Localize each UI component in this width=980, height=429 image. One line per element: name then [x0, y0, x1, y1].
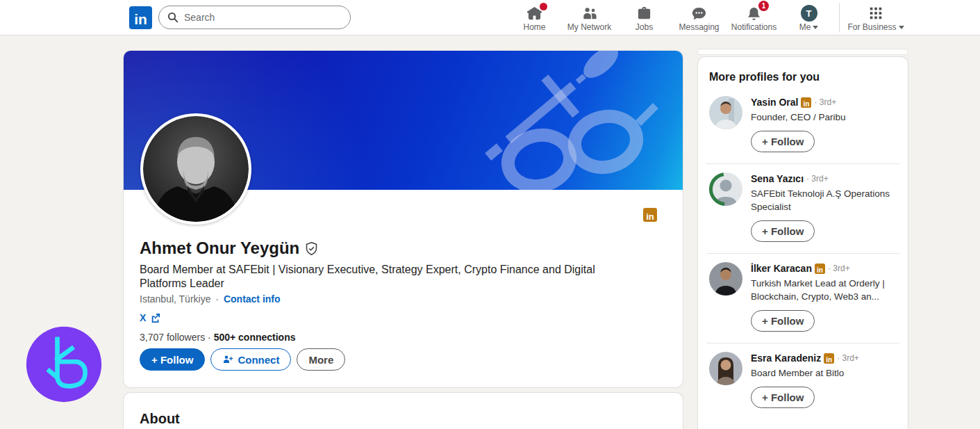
search-input[interactable] [184, 12, 342, 23]
nav-my-network-label: My Network [567, 22, 611, 32]
nav-me[interactable]: T Me [781, 0, 836, 35]
premium-badge-icon: in [824, 353, 834, 364]
search-icon [167, 12, 178, 23]
profile-location-row: Istanbul, Türkiye · Contact info [140, 293, 281, 305]
company-linkedin-badge[interactable]: in [643, 208, 657, 222]
avatar[interactable] [709, 96, 742, 129]
search-bar[interactable] [158, 6, 351, 29]
suggested-name[interactable]: Sena Yazıcı [751, 172, 804, 186]
suggested-subtitle: Founder, CEO / Paribu [751, 111, 897, 124]
nav-for-business[interactable]: For Business [842, 0, 909, 35]
linkedin-logo[interactable]: in [129, 6, 152, 29]
suggested-subtitle: Turkish Market Lead at Orderly | Blockch… [751, 277, 897, 303]
purple-circle-logo-icon [24, 325, 103, 404]
nav-for-business-label: For Business [847, 22, 896, 32]
floating-extension-logo[interactable] [24, 325, 103, 404]
jobs-icon [636, 6, 652, 22]
connection-degree: · 3rd+ [806, 172, 829, 186]
follow-button[interactable]: + Follow [751, 220, 815, 242]
premium-badge-icon: in [801, 97, 811, 108]
follow-button[interactable]: + Follow [751, 131, 815, 152]
avatar[interactable] [709, 352, 742, 385]
contact-info-link[interactable]: Contact info [224, 293, 281, 305]
profile-location: Istanbul, Türkiye [140, 293, 210, 305]
avatar[interactable] [709, 262, 742, 296]
person-add-icon [222, 354, 233, 365]
suggested-subtitle: Board Member at Bitlo [751, 366, 897, 380]
followers-count[interactable]: 3,707 followers [140, 332, 205, 343]
profile-actions: + Follow Connect More [140, 348, 345, 371]
profile-name: Ahmet Onur Yeygün [140, 238, 299, 258]
nav-jobs-label: Jobs [636, 22, 653, 32]
about-title: About [140, 411, 180, 427]
profile-portrait [143, 116, 249, 222]
follow-button[interactable]: + Follow [751, 310, 815, 332]
more-profiles-card: More profiles for you Yasin Oral in · 3r… [698, 57, 908, 429]
chevron-down-icon [899, 26, 904, 29]
nav-jobs[interactable]: Jobs [617, 0, 672, 35]
top-navigation: in Home [0, 0, 980, 35]
nav-messaging-label: Messaging [679, 22, 719, 32]
avatar[interactable] [709, 172, 742, 206]
follow-button[interactable]: + Follow [140, 348, 205, 371]
connection-degree: · 3rd+ [828, 262, 850, 275]
verified-shield-icon[interactable] [304, 241, 319, 256]
me-avatar: T [801, 5, 817, 22]
messaging-icon [691, 6, 707, 22]
nav-items: Home My Network [507, 0, 836, 35]
suggested-profile-ilker-karacan[interactable]: İlker Karacan in · 3rd+ Turkish Market L… [698, 254, 908, 343]
suggested-name[interactable]: İlker Karacan [751, 262, 812, 275]
profile-card: in Ahmet Onur Yeygün Board Member at SAF… [124, 51, 683, 387]
connections-count[interactable]: 500+ connections [214, 332, 296, 343]
suggested-profile-yasin-oral[interactable]: Yasin Oral in · 3rd+ Founder, CEO / Pari… [698, 88, 908, 163]
x-profile-link[interactable]: X [140, 312, 160, 323]
suggested-name[interactable]: Esra Karadeniz [751, 352, 821, 365]
suggested-profile-sena-yazici[interactable]: Sena Yazıcı · 3rd+ SAFEbit Teknoloji A.Ş… [698, 164, 908, 253]
connection-degree: · 3rd+ [837, 352, 859, 365]
suggested-profile-esra-karadeniz[interactable]: Esra Karadeniz in · 3rd+ Board Member at… [698, 343, 908, 419]
about-card: About [124, 393, 683, 429]
nav-me-label: Me [799, 22, 811, 32]
home-notification-dot [540, 3, 547, 10]
my-network-icon [581, 6, 597, 22]
premium-badge-icon: in [815, 264, 825, 274]
nav-notifications[interactable]: 1 Notifications [726, 0, 781, 35]
more-button[interactable]: More [297, 348, 345, 371]
profile-headline: Board Member at SAFEbit | Visionary Exec… [140, 263, 640, 291]
profile-name-row: Ahmet Onur Yeygün [140, 238, 319, 258]
more-profiles-title: More profiles for you [698, 57, 908, 88]
chevron-down-icon [813, 26, 818, 29]
profile-counts: 3,707 followers · 500+ connections [140, 332, 296, 343]
follow-button[interactable]: + Follow [751, 387, 815, 408]
suggested-subtitle: SAFEbit Teknoloji A.Ş Operations Special… [751, 187, 897, 213]
nav-home[interactable]: Home [507, 0, 562, 35]
nav-divider [839, 3, 840, 32]
connection-degree: · 3rd+ [814, 96, 836, 109]
suggested-name[interactable]: Yasin Oral [751, 96, 798, 109]
grid-icon [868, 6, 883, 21]
nav-my-network[interactable]: My Network [562, 0, 617, 35]
notifications-badge: 1 [758, 1, 769, 11]
sidebar-collapsed-banner [698, 49, 908, 54]
connect-button[interactable]: Connect [210, 348, 291, 371]
nav-notifications-label: Notifications [731, 22, 776, 32]
external-link-icon [151, 313, 160, 323]
nav-messaging[interactable]: Messaging [672, 0, 726, 35]
nav-home-label: Home [523, 22, 545, 32]
profile-photo[interactable] [140, 113, 251, 225]
